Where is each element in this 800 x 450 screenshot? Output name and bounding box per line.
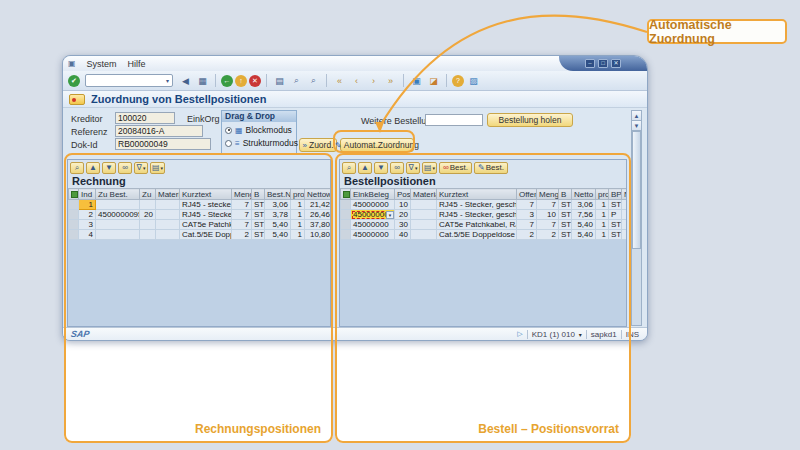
grid-cell[interactable]: 45000000 <box>351 220 395 230</box>
grid-cell[interactable]: ST <box>559 200 572 210</box>
column-header[interactable]: Menge <box>537 189 559 200</box>
cancel-icon[interactable]: ✕ <box>249 75 261 87</box>
grid-cell[interactable]: RJ45 - Stecker, geschirmt, <box>437 210 517 220</box>
zuord-button[interactable]: » Zuord. <box>299 138 337 152</box>
automat-zuordnung-button[interactable]: ✎ Automat.Zuordnung <box>340 138 414 152</box>
grid-cell[interactable] <box>156 200 180 210</box>
grid-cell[interactable]: 1 <box>79 200 96 210</box>
scrollbar-thumb[interactable] <box>632 131 641 249</box>
grid-cell[interactable]: CAT5e Patchkabel, RJ45 - S <box>437 220 517 230</box>
find-entries-icon[interactable]: ∞ <box>390 162 404 174</box>
menu-item-hilfe[interactable]: Hilfe <box>128 59 146 69</box>
column-header[interactable]: Menge <box>232 189 252 200</box>
row-select-cell[interactable] <box>341 210 351 220</box>
grid-cell[interactable]: 7 <box>232 220 252 230</box>
row-select-cell[interactable] <box>69 200 79 210</box>
grid-cell[interactable]: ST <box>559 220 572 230</box>
next-page-icon[interactable]: › <box>366 73 381 88</box>
grid-cell[interactable]: ST <box>609 220 622 230</box>
bestellung-holen-button[interactable]: Bestellung holen <box>487 113 573 127</box>
grid-cell[interactable]: 4 <box>79 230 96 240</box>
grid-cell[interactable]: 37,80 <box>305 220 332 230</box>
grid-cell[interactable] <box>156 210 180 220</box>
grid-cell[interactable] <box>156 230 180 240</box>
column-header[interactable]: Material <box>156 189 180 200</box>
grid-cell[interactable] <box>156 220 180 230</box>
grid-cell[interactable]: 21,42 <box>305 200 332 210</box>
grid-cell[interactable]: 45000000 <box>351 200 395 210</box>
system-menu-icon[interactable]: ▣ <box>68 59 76 68</box>
grid-cell[interactable]: 7 <box>517 220 537 230</box>
sort-asc-icon[interactable]: ▲ <box>358 162 372 174</box>
row-select-cell[interactable] <box>341 230 351 240</box>
grid-cell[interactable]: 5,40 <box>265 230 291 240</box>
column-header[interactable]: Best.Ne <box>265 189 291 200</box>
details-icon[interactable]: ⌕ <box>342 162 356 174</box>
grid-cell[interactable]: 10 <box>395 200 411 210</box>
column-header[interactable]: EinkBeleg <box>351 189 395 200</box>
column-header[interactable]: Netto <box>572 189 596 200</box>
minimize-button[interactable]: – <box>585 59 595 68</box>
column-header[interactable]: BP <box>609 189 622 200</box>
grid-cell[interactable]: 40 <box>395 230 411 240</box>
referenz-field[interactable]: 20084016-A <box>115 125 203 137</box>
grid-cell[interactable]: 26,46 <box>305 210 332 220</box>
find-entries-icon[interactable]: ∞ <box>118 162 132 174</box>
scroll-up-icon[interactable]: ▲ <box>632 111 641 121</box>
filter-icon[interactable]: ∇▾ <box>134 162 148 174</box>
grid-cell[interactable] <box>411 200 437 210</box>
dokid-field[interactable]: RB00000049 <box>115 138 211 150</box>
column-header[interactable]: B <box>252 189 265 200</box>
customize-icon[interactable]: ▨ <box>466 73 481 88</box>
column-header[interactable]: Kurztext <box>180 189 232 200</box>
grid-cell[interactable]: 4500000095 <box>96 210 140 220</box>
grid-cell[interactable]: 5,40 <box>265 220 291 230</box>
grid-cell[interactable]: Cat.5/5E Doppeldose Wieb, <box>437 230 517 240</box>
grid-cell[interactable]: 7 <box>232 200 252 210</box>
last-page-icon[interactable]: » <box>383 73 398 88</box>
grid-cell[interactable]: 3,06 <box>572 200 596 210</box>
sort-desc-icon[interactable]: ▼ <box>374 162 388 174</box>
grid-cell[interactable]: 45000000 <box>351 230 395 240</box>
grid-cell[interactable]: 7,56 <box>572 210 596 220</box>
help-icon[interactable]: ? <box>452 75 464 87</box>
sort-asc-icon[interactable]: ▲ <box>86 162 100 174</box>
column-header[interactable]: Pos <box>395 189 411 200</box>
grid-cell[interactable]: 1 <box>291 200 305 210</box>
grid-cell[interactable]: 5,40 <box>572 230 596 240</box>
grid-cell[interactable]: 3,06 <box>265 200 291 210</box>
row-select-cell[interactable] <box>69 220 79 230</box>
system-dropdown-icon[interactable]: ▾ <box>579 331 582 338</box>
grid-cell[interactable]: 20 <box>140 210 156 220</box>
grid-cell[interactable]: ST <box>609 200 622 210</box>
row-select-cell[interactable] <box>69 210 79 220</box>
strukturmodus-radio[interactable] <box>225 140 232 147</box>
grid-cell[interactable]: ST <box>252 200 265 210</box>
column-header[interactable]: pro <box>291 189 305 200</box>
grid-cell[interactable]: 7 <box>537 200 559 210</box>
grid-cell[interactable] <box>411 220 437 230</box>
column-header[interactable]: Kurztext <box>437 189 517 200</box>
blockmodus-option[interactable]: ▦ Blockmodus <box>222 125 296 135</box>
column-header[interactable]: pro <box>596 189 609 200</box>
layout-icon[interactable]: ▤▾ <box>422 162 437 174</box>
grid-cell[interactable]: 10,80 <box>305 230 332 240</box>
grid-cell[interactable]: 3 <box>79 220 96 230</box>
find-next-icon[interactable]: ⌕ <box>306 73 321 88</box>
enter-icon[interactable]: ✔ <box>68 75 80 87</box>
grid-cell[interactable]: 1 <box>596 230 609 240</box>
grid-cell[interactable]: 1 <box>596 200 609 210</box>
grid-cell[interactable]: 1 <box>291 210 305 220</box>
grid-cell[interactable]: 1 <box>291 220 305 230</box>
previous-page-icon[interactable]: ‹ <box>349 73 364 88</box>
grid-cell[interactable]: 1 <box>596 220 609 230</box>
display-bestellung-button[interactable]: ∞ Best. <box>439 162 472 174</box>
column-header[interactable]: Offen <box>517 189 537 200</box>
exit-icon[interactable]: ↑ <box>235 75 247 87</box>
grid-cell[interactable] <box>140 230 156 240</box>
command-dropdown-icon[interactable]: ▾ <box>163 77 172 84</box>
grid-cell[interactable]: 45000000▾ <box>351 210 395 220</box>
column-header[interactable]: Zu Best. <box>96 189 140 200</box>
command-input[interactable] <box>86 76 163 85</box>
scroll-down-icon[interactable]: ▼ <box>632 121 641 131</box>
